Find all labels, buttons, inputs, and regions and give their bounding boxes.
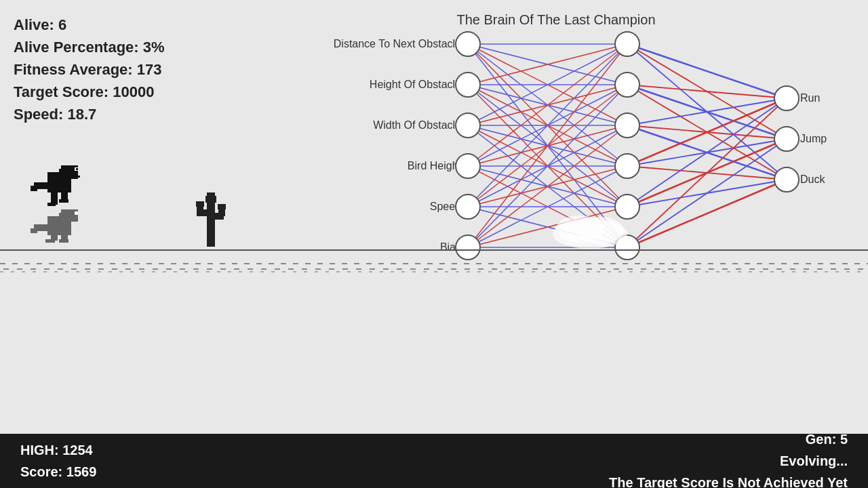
svg-text:Bird Height: Bird Height: [408, 160, 462, 171]
svg-rect-86: [59, 169, 66, 179]
svg-rect-90: [47, 203, 56, 206]
svg-rect-106: [207, 192, 215, 198]
svg-point-76: [774, 127, 799, 151]
svg-text:Duck: Duck: [800, 174, 825, 185]
current-score: Score: 1569: [20, 461, 96, 483]
target-stat: Target Score: 10000: [14, 81, 165, 103]
alive-stat: Alive: 6: [14, 14, 165, 36]
svg-rect-85: [77, 176, 80, 178]
svg-rect-97: [59, 213, 66, 222]
svg-rect-96: [75, 211, 78, 215]
svg-text:Width Of Obstacle: Width Of Obstacle: [373, 119, 461, 131]
svg-point-69: [615, 32, 639, 56]
evolving-status: Evolving...: [609, 450, 848, 472]
cactus-sprite: [193, 189, 227, 249]
svg-text:Height Of Obstacle: Height Of Obstacle: [370, 79, 461, 90]
svg-line-39: [627, 85, 787, 98]
stats-panel: Alive: 6 Alive Percentage: 3% Fitness Av…: [14, 14, 165, 125]
bottom-left-stats: HIGH: 1254 Score: 1569: [20, 439, 96, 483]
svg-rect-104: [207, 199, 215, 247]
svg-rect-109: [196, 201, 204, 207]
svg-point-71: [615, 113, 639, 138]
high-score: HIGH: 1254: [20, 439, 96, 461]
speed-stat: Speed: 18.7: [14, 103, 165, 125]
svg-rect-112: [218, 204, 226, 209]
svg-rect-99: [31, 228, 37, 233]
svg-point-77: [774, 167, 799, 192]
svg-rect-84: [76, 168, 78, 170]
dino-sprite: [27, 165, 88, 249]
svg-line-36: [627, 44, 787, 98]
svg-rect-93: [64, 179, 70, 182]
svg-text:Jump: Jump: [800, 133, 827, 144]
svg-point-75: [774, 86, 799, 110]
alive-pct-stat: Alive Percentage: 3%: [14, 36, 165, 58]
svg-text:Run: Run: [800, 92, 820, 104]
fitness-stat: Fitness Average: 173: [14, 58, 165, 81]
bottom-right-stats: Gen: 5 Evolving... The Target Score Is N…: [609, 428, 848, 488]
svg-point-72: [615, 154, 639, 178]
generation: Gen: 5: [609, 428, 848, 450]
svg-rect-103: [59, 239, 68, 243]
ground-line: [0, 249, 868, 251]
svg-point-70: [615, 73, 639, 97]
game-area: [0, 210, 868, 291]
svg-rect-88: [31, 186, 37, 191]
svg-point-66: [456, 154, 480, 178]
svg-text:Distance To Next Obstacle: Distance To Next Obstacle: [334, 38, 461, 49]
target-message: The Target Score Is Not Achieved Yet: [609, 472, 848, 488]
svg-point-65: [456, 113, 480, 138]
svg-rect-102: [45, 239, 55, 243]
bottom-bar: HIGH: 1254 Score: 1569 Gen: 5 Evolving..…: [0, 434, 868, 488]
svg-point-64: [456, 73, 480, 97]
svg-point-63: [456, 32, 480, 56]
svg-rect-92: [59, 199, 68, 203]
